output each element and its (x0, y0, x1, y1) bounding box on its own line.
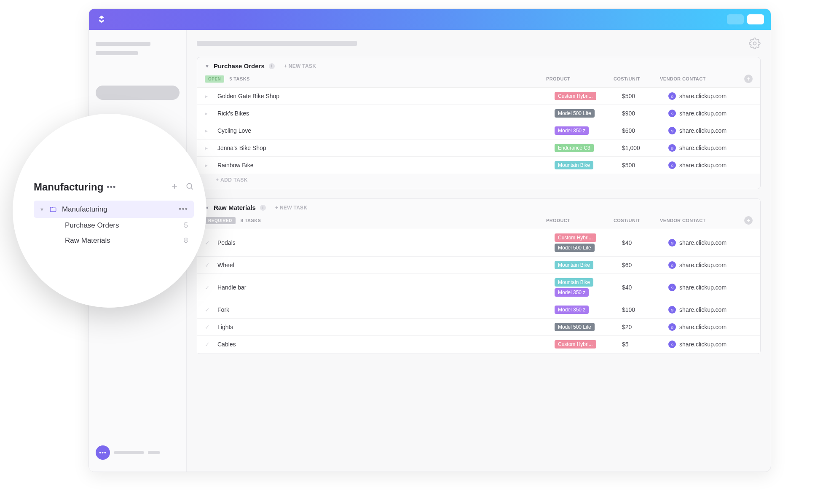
task-name: Lights (217, 324, 555, 330)
sidebar-search-placeholder[interactable] (96, 86, 180, 100)
task-status-icon[interactable]: ▸ (205, 93, 212, 99)
product-tag[interactable]: Custom Hybri... (555, 92, 596, 100)
caret-down-icon[interactable]: ▼ (40, 207, 44, 212)
status-badge[interactable]: OPEN (205, 75, 224, 83)
check-icon[interactable]: ✓ (205, 306, 212, 313)
add-task-button[interactable]: + ADD TASK (197, 174, 760, 188)
group-header: ▼Raw Materialsi+ NEW TASK (197, 199, 760, 214)
chat-icon[interactable]: ••• (96, 445, 110, 460)
cell-vendor[interactable]: ⎋share.clickup.com (668, 92, 753, 100)
task-row[interactable]: ✓Handle barMountain BikeModel 350 z$40⎋s… (197, 274, 760, 301)
task-name: Wheel (217, 262, 555, 268)
product-tag[interactable]: Custom Hybri... (555, 233, 596, 242)
vendor-link-text: share.clickup.com (679, 145, 727, 151)
cell-cost: $900 (622, 110, 668, 117)
more-icon[interactable]: ••• (179, 205, 188, 214)
product-tag[interactable]: Mountain Bike (555, 161, 593, 169)
sidebar-item-label: Raw Materials (65, 236, 110, 245)
plus-icon[interactable] (170, 182, 179, 192)
sidebar-zoom-overlay: Manufacturing ••• ▼Manufacturing•••Purch… (13, 114, 206, 308)
cell-cost: $40 (622, 239, 668, 246)
product-tag[interactable]: Custom Hybri... (555, 340, 596, 349)
product-tag[interactable]: Mountain Bike (555, 278, 593, 287)
search-icon[interactable] (185, 182, 194, 192)
cell-cost: $500 (622, 162, 668, 169)
cell-vendor[interactable]: ⎋share.clickup.com (668, 261, 753, 269)
task-row[interactable]: ▸Jenna's Bike ShopEndurance C3$1,000⎋sha… (197, 139, 760, 157)
cell-product: Mountain BikeModel 350 z (555, 278, 622, 297)
task-status-icon[interactable]: ▸ (205, 127, 212, 134)
status-badge[interactable]: REQUIRED (205, 217, 236, 224)
cell-product: Custom Hybri... (555, 92, 622, 100)
product-tag[interactable]: Model 500 Lite (555, 323, 595, 331)
column-vendor[interactable]: VENDOR CONTACT (660, 76, 744, 81)
cell-vendor[interactable]: ⎋share.clickup.com (668, 161, 753, 169)
product-tag[interactable]: Model 350 z (555, 126, 589, 135)
sidebar-list-item[interactable]: Purchase Orders5 (34, 218, 194, 233)
cell-vendor[interactable]: ⎋share.clickup.com (668, 239, 753, 247)
check-icon[interactable]: ✓ (205, 341, 212, 348)
cell-vendor[interactable]: ⎋share.clickup.com (668, 306, 753, 314)
cell-vendor[interactable]: ⎋share.clickup.com (668, 340, 753, 348)
cell-vendor[interactable]: ⎋share.clickup.com (668, 284, 753, 291)
task-name: Fork (217, 306, 555, 313)
link-icon: ⎋ (668, 306, 676, 314)
cell-vendor[interactable]: ⎋share.clickup.com (668, 127, 753, 134)
task-row[interactable]: ▸Cycling LoveModel 350 z$600⎋share.click… (197, 122, 760, 139)
product-tag[interactable]: Model 500 Lite (555, 109, 595, 118)
check-icon[interactable]: ✓ (205, 324, 212, 330)
task-row[interactable]: ✓WheelMountain Bike$60⎋share.clickup.com (197, 257, 760, 274)
cell-vendor[interactable]: ⎋share.clickup.com (668, 144, 753, 152)
task-name: Cables (217, 341, 555, 348)
info-icon[interactable]: i (260, 205, 266, 211)
check-icon[interactable]: ✓ (205, 239, 212, 246)
product-tag[interactable]: Model 500 Lite (555, 244, 595, 252)
vendor-link-text: share.clickup.com (679, 93, 727, 99)
task-name: Rainbow Bike (217, 162, 555, 169)
task-row[interactable]: ✓ForkModel 350 z$100⎋share.clickup.com (197, 301, 760, 319)
column-product[interactable]: PRODUCT (546, 76, 614, 81)
titlebar-pill-2[interactable] (747, 14, 764, 24)
task-row[interactable]: ✓LightsModel 500 Lite$20⎋share.clickup.c… (197, 319, 760, 336)
product-tag[interactable]: Endurance C3 (555, 144, 594, 152)
new-task-button[interactable]: + NEW TASK (275, 205, 307, 211)
cell-vendor[interactable]: ⎋share.clickup.com (668, 110, 753, 117)
cell-cost: $100 (622, 306, 668, 313)
task-row[interactable]: ✓CablesCustom Hybri...$5⎋share.clickup.c… (197, 336, 760, 353)
check-icon[interactable]: ✓ (205, 262, 212, 268)
task-status-icon[interactable]: ▸ (205, 145, 212, 151)
columns-header: OPEN5 TASKSPRODUCTCOST/UNITVENDOR CONTAC… (197, 73, 760, 87)
column-cost[interactable]: COST/UNIT (614, 218, 660, 223)
product-tag[interactable]: Mountain Bike (555, 261, 593, 269)
column-cost[interactable]: COST/UNIT (614, 76, 660, 81)
cell-product: Model 500 Lite (555, 109, 622, 118)
column-product[interactable]: PRODUCT (546, 218, 614, 223)
vendor-link-text: share.clickup.com (679, 127, 727, 134)
task-row[interactable]: ▸Rainbow BikeMountain Bike$500⎋share.cli… (197, 157, 760, 174)
product-tag[interactable]: Model 350 z (555, 288, 589, 297)
product-tag[interactable]: Model 350 z (555, 306, 589, 314)
task-status-icon[interactable]: ▸ (205, 162, 212, 169)
check-icon[interactable]: ✓ (205, 284, 212, 291)
sidebar-folder-item[interactable]: ▼Manufacturing••• (34, 201, 194, 218)
main-content: ▼Purchase Ordersi+ NEW TASKOPEN5 TASKSPR… (187, 30, 771, 472)
gear-icon[interactable] (749, 38, 761, 49)
task-row[interactable]: ✓PedalsCustom Hybri...Model 500 Lite$40⎋… (197, 229, 760, 257)
info-icon[interactable]: i (269, 63, 275, 69)
task-name: Golden Gate Bike Shop (217, 93, 555, 99)
column-vendor[interactable]: VENDOR CONTACT (660, 218, 744, 223)
cell-product: Model 350 z (555, 306, 622, 314)
titlebar-pill-1[interactable] (727, 14, 744, 24)
add-column-icon[interactable]: + (744, 75, 753, 83)
task-status-icon[interactable]: ▸ (205, 110, 212, 117)
task-row[interactable]: ▸Golden Gate Bike ShopCustom Hybri...$50… (197, 88, 760, 105)
task-group: ▼Raw Materialsi+ NEW TASKREQUIRED8 TASKS… (197, 198, 761, 354)
cell-vendor[interactable]: ⎋share.clickup.com (668, 323, 753, 331)
add-column-icon[interactable]: + (744, 216, 753, 225)
new-task-button[interactable]: + NEW TASK (284, 63, 316, 69)
title-bar-actions (727, 14, 764, 24)
task-row[interactable]: ▸Rick's BikesModel 500 Lite$900⎋share.cl… (197, 105, 760, 122)
sidebar-list-item[interactable]: Raw Materials8 (34, 233, 194, 248)
caret-down-icon[interactable]: ▼ (205, 64, 209, 69)
more-icon[interactable]: ••• (107, 183, 116, 192)
